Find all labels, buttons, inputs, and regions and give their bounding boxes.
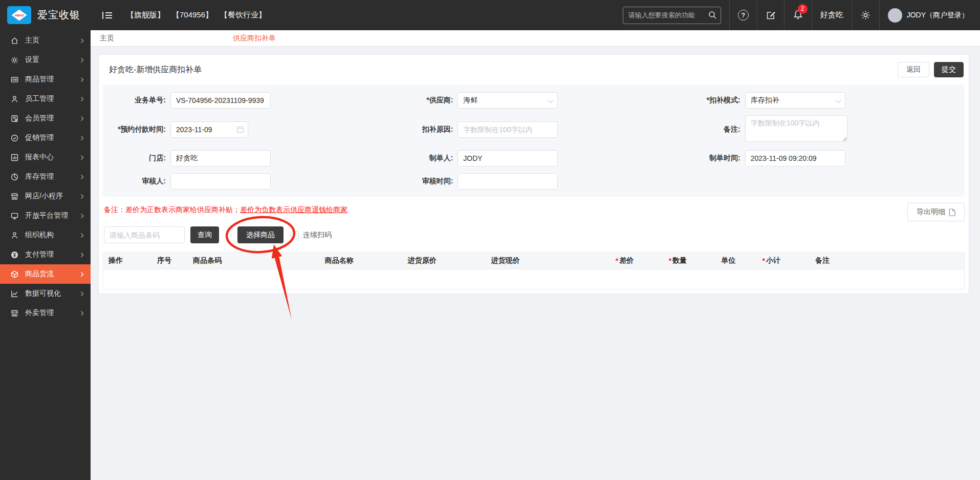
reviewer-input[interactable] (170, 173, 271, 190)
storefront-icon (10, 192, 19, 201)
sidebar-item-open-platform[interactable]: 开放平台管理 (0, 206, 91, 225)
store-name: 好贪吃 (820, 10, 843, 20)
col-index: 序号 (152, 256, 188, 265)
field-label-store: 门店: (103, 154, 170, 163)
chevron-right-icon (80, 252, 84, 258)
sidebar-item-reports[interactable]: 报表中心 (0, 148, 91, 167)
calendar-icon (237, 127, 244, 133)
deduction-reason-input[interactable] (458, 121, 558, 138)
deduction-mode-select[interactable]: 库存扣补 (745, 92, 845, 109)
supplier-select[interactable]: 海鲜 (458, 92, 558, 109)
bar-chart-icon (10, 153, 19, 162)
field-label-order-no: 业务单号: (103, 96, 170, 105)
chevron-right-icon (80, 174, 84, 180)
select-product-button[interactable]: 选择商品 (237, 226, 284, 243)
col-original-price: 进货原价 (403, 256, 486, 265)
app-logo: AIBAO (7, 6, 31, 24)
create-time-input[interactable] (745, 150, 845, 166)
person-icon (10, 95, 19, 103)
review-time-input[interactable] (458, 173, 558, 190)
col-subtotal: *小计 (758, 256, 810, 265)
continuous-scan-label: 连续扫码 (303, 231, 332, 240)
takeout-shop-icon (10, 309, 19, 318)
function-search-input[interactable] (623, 7, 721, 24)
sidebar-item-inventory[interactable]: 库存管理 (0, 167, 91, 186)
field-label-payment-date: *预约付款时间: (103, 125, 170, 134)
chevron-right-icon (80, 291, 84, 297)
collapse-menu-icon[interactable] (102, 11, 113, 20)
col-price-difference: *差价 (612, 256, 665, 265)
edition-badge: 【旗舰版】 (126, 10, 165, 20)
continuous-scan-checkbox[interactable] (291, 231, 299, 239)
open-tabs-bar: 主页 供应商扣补单 (91, 30, 980, 47)
notifications-button[interactable]: 2 (784, 0, 812, 30)
barcode-input[interactable] (104, 226, 185, 243)
tab-supplier-deduction[interactable]: 供应商扣补单 (233, 34, 276, 43)
col-current-price: 进货现价 (486, 256, 612, 265)
notification-badge: 2 (798, 4, 808, 14)
submit-button[interactable]: 提交 (934, 62, 964, 77)
sidebar-item-promotions[interactable]: 促销管理 (0, 128, 91, 148)
chevron-down-icon (835, 97, 841, 103)
chevron-down-icon (548, 97, 554, 103)
chevron-right-icon (80, 57, 84, 63)
export-detail-button[interactable]: 导出明细 (907, 203, 965, 221)
sidebar-item-data-visualization[interactable]: 数据可视化 (0, 284, 91, 303)
sidebar-item-goods[interactable]: 商品管理 (0, 70, 91, 89)
chevron-right-icon (80, 38, 84, 44)
sidebar-item-payments[interactable]: 支付管理 (0, 245, 91, 264)
field-label-reviewer: 审核人: (103, 177, 170, 186)
store-input[interactable] (170, 150, 271, 166)
col-action: 操作 (103, 256, 152, 265)
edition-badges: 【旗舰版】 【704956】 【餐饮行业】 (126, 10, 266, 20)
chevron-right-icon (80, 155, 84, 160)
sidebar-item-home[interactable]: 主页 (0, 31, 91, 50)
price-difference-note: 备注：差价为正数表示商家给供应商补贴；差价为负数表示供应商退钱给商家 (104, 203, 347, 215)
chevron-right-icon (80, 272, 84, 277)
order-no-input[interactable] (170, 92, 271, 109)
sidebar-item-online-shop[interactable]: 网店/小程序 (0, 186, 91, 206)
remark-textarea[interactable] (745, 115, 847, 142)
feedback-button[interactable] (757, 0, 784, 30)
industry-badge: 【餐饮行业】 (220, 10, 266, 20)
user-menu[interactable]: JODY（商户登录） (879, 0, 980, 30)
barcode-icon (10, 75, 19, 84)
field-label-deduction-mode: *扣补模式: (678, 96, 745, 105)
logo-text: AIBAO (15, 14, 24, 16)
creator-input[interactable] (458, 150, 558, 166)
query-button[interactable]: 查询 (190, 226, 219, 243)
field-label-deduction-reason: 扣补原因: (390, 125, 458, 134)
monitor-icon (10, 212, 19, 220)
back-button[interactable]: 返回 (898, 62, 929, 77)
chevron-right-icon (80, 310, 84, 316)
sidebar-item-members[interactable]: 会员管理 (0, 109, 91, 128)
col-remark: 备注 (810, 256, 964, 265)
sidebar-item-settings[interactable]: 设置 (0, 50, 91, 70)
sidebar-item-organization[interactable]: 组织机构 (0, 225, 91, 245)
chevron-right-icon (80, 116, 84, 121)
sidebar-item-takeout[interactable]: 外卖管理 (0, 303, 91, 323)
product-table: 操作 序号 商品条码 商品名称 进货原价 进货现价 *差价 *数量 单位 *小计… (103, 252, 965, 289)
settings-button[interactable] (852, 0, 879, 30)
gear-icon (10, 56, 19, 65)
avatar (888, 8, 902, 23)
store-switcher[interactable]: 好贪吃 (812, 0, 852, 30)
function-search (623, 7, 721, 24)
tab-home[interactable]: 主页 (100, 34, 114, 43)
package-box-icon (10, 270, 19, 279)
supplier-deduction-card: 好贪吃-新增供应商扣补单 返回 提交 业务单号: *供应商: (98, 54, 969, 294)
sidebar: 主页 设置 商品管理 员工管理 会员管理 促销管理 (0, 30, 91, 480)
brand-title: 爱宝收银 (37, 8, 80, 22)
col-quantity: *数量 (665, 256, 716, 265)
chevron-right-icon (80, 194, 84, 199)
help-button[interactable]: ? (729, 0, 757, 30)
help-icon: ? (738, 10, 749, 20)
field-label-supplier: *供应商: (390, 96, 458, 105)
sidebar-item-staff[interactable]: 员工管理 (0, 89, 91, 109)
field-label-review-time: 审核时间: (390, 177, 458, 186)
chevron-right-icon (80, 233, 84, 238)
product-toolbar: 查询 选择商品 连续扫码 (103, 226, 965, 243)
pie-chart-icon (10, 173, 19, 181)
sidebar-item-goods-flow[interactable]: 商品货流 (0, 264, 91, 284)
home-icon (10, 36, 19, 45)
